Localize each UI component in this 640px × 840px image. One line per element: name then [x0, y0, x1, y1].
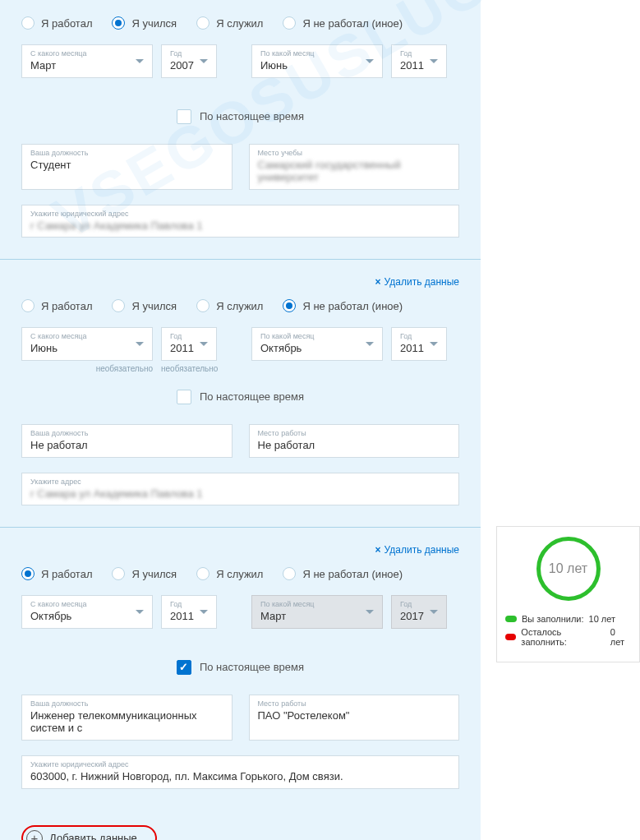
present-checkbox-row[interactable]: По настоящее время	[21, 109, 459, 124]
from-year-select[interactable]: Год 2011	[161, 327, 217, 361]
field-label: Укажите юридический адрес	[30, 210, 450, 218]
present-checkbox-row[interactable]: По настоящее время	[21, 660, 459, 675]
to-year-select[interactable]: Год 2011	[391, 327, 447, 361]
field-label: Место работы	[258, 430, 451, 437]
progress-panel: 10 лет Вы заполнили: 10 лет Осталось зап…	[496, 526, 640, 662]
radio-other[interactable]: Я не работал (иное)	[283, 299, 403, 312]
position-place-row: Ваша должность Студент Место учебы Самар…	[21, 144, 459, 190]
chevron-down-icon	[200, 610, 208, 614]
radio-studied[interactable]: Я учился	[112, 567, 177, 580]
field-value: 2011	[400, 342, 425, 355]
field-value: ПАО "Ростелеком"	[258, 709, 451, 722]
to-month-select[interactable]: По какой месяц Июнь	[251, 44, 383, 78]
field-label: По какой месяц	[260, 50, 361, 58]
radio-icon	[283, 16, 296, 30]
activity-type-radios: Я работал Я учился Я служил Я не работал…	[21, 567, 459, 580]
employment-block-0: Я работал Я учился Я служил Я не работал…	[0, 0, 481, 259]
radio-served[interactable]: Я служил	[196, 299, 263, 312]
field-label: Год	[170, 50, 195, 58]
radio-served[interactable]: Я служил	[196, 16, 263, 30]
add-data-row: + Добавить данные	[0, 810, 481, 840]
radio-served[interactable]: Я служил	[196, 567, 263, 580]
field-label: Год	[400, 50, 425, 58]
radio-worked[interactable]: Я работал	[21, 299, 92, 312]
radio-other[interactable]: Я не работал (иное)	[283, 16, 403, 30]
radio-studied[interactable]: Я учился	[112, 299, 177, 312]
present-label: По настоящее время	[200, 661, 304, 673]
field-label: Укажите юридический адрес	[30, 761, 450, 768]
radio-label: Я служил	[216, 300, 263, 312]
employment-block-2: ×Удалить данные Я работал Я учился Я слу…	[0, 527, 481, 810]
field-value: 2011	[170, 342, 195, 355]
radio-studied[interactable]: Я учился	[112, 16, 177, 30]
field-value: 2011	[400, 59, 425, 72]
radio-label: Я не работал (иное)	[302, 300, 403, 312]
place-field[interactable]: Место учебы Самарский государственный ун…	[249, 144, 460, 190]
field-value: Июнь	[260, 59, 361, 72]
field-label: Укажите адрес	[30, 478, 450, 486]
field-label: С какого месяца	[30, 601, 131, 608]
radio-icon	[196, 299, 209, 312]
chevron-down-icon	[366, 342, 374, 346]
place-field[interactable]: Место работы ПАО "Ростелеком"	[249, 695, 460, 741]
radio-icon	[196, 16, 209, 30]
position-field[interactable]: Ваша должность Студент	[21, 144, 233, 190]
delete-link[interactable]: ×Удалить данные	[375, 276, 459, 288]
delete-link[interactable]: ×Удалить данные	[375, 544, 459, 556]
address-field[interactable]: Укажите юридический адрес г Самара ул Ак…	[21, 205, 459, 238]
radio-label: Я не работал (иное)	[302, 17, 403, 30]
from-year-select[interactable]: Год 2007	[161, 44, 217, 78]
field-value: Июнь	[30, 342, 131, 355]
field-value: 2007	[170, 59, 195, 72]
field-value: Самарский государственный университет	[258, 159, 451, 184]
address-row: Укажите юридический адрес г Самара ул Ак…	[21, 205, 459, 238]
field-value: г Самара ул Академика Павлова 1	[30, 219, 450, 233]
optional-hint-row: необязательно необязательно	[21, 364, 459, 373]
present-checkbox[interactable]	[177, 109, 191, 124]
from-month-select[interactable]: С какого месяца Июнь	[21, 327, 153, 361]
to-year-select: Год 2017	[391, 595, 447, 629]
delete-row: ×Удалить данные	[21, 276, 459, 299]
radio-label: Я не работал (иное)	[302, 568, 403, 580]
field-label: По какой месяц	[260, 333, 361, 340]
radio-worked[interactable]: Я работал	[21, 567, 92, 580]
employment-block-1: ×Удалить данные Я работал Я учился Я слу…	[0, 259, 481, 527]
add-data-button[interactable]: + Добавить данные	[21, 825, 157, 840]
dot-red-icon	[505, 634, 516, 640]
present-checkbox[interactable]	[177, 660, 191, 675]
present-checkbox[interactable]	[177, 390, 191, 404]
place-field[interactable]: Место работы Не работал	[249, 424, 460, 458]
position-field[interactable]: Ваша должность Инженер телекоммуникацион…	[21, 695, 233, 741]
to-month-select[interactable]: По какой месяц Октябрь	[251, 327, 383, 361]
legend-filled-label: Вы заполнили:	[522, 614, 584, 624]
address-field[interactable]: Укажите юридический адрес 603000, г. Ниж…	[21, 755, 459, 789]
optional-hint: необязательно	[21, 364, 153, 373]
from-month-select[interactable]: С какого месяца Октябрь	[21, 595, 153, 629]
legend-remain-value: 0 лет	[610, 627, 631, 647]
field-value: Не работал	[258, 439, 451, 452]
legend-filled: Вы заполнили: 10 лет	[505, 614, 631, 624]
address-row: Укажите адрес г Самара ул Академика Павл…	[21, 473, 459, 506]
radio-icon	[21, 299, 35, 312]
radio-icon	[21, 16, 35, 30]
radio-worked[interactable]: Я работал	[21, 16, 92, 30]
from-year-select[interactable]: Год 2011	[161, 595, 217, 629]
present-checkbox-row[interactable]: По настоящее время	[21, 390, 459, 404]
chevron-down-icon	[136, 342, 144, 346]
address-field[interactable]: Укажите адрес г Самара ул Академика Павл…	[21, 473, 459, 506]
to-year-select[interactable]: Год 2011	[391, 44, 447, 78]
present-label: По настоящее время	[200, 390, 304, 403]
radio-icon	[283, 567, 296, 580]
delete-row: ×Удалить данные	[21, 544, 459, 567]
field-value: Март	[260, 610, 361, 623]
radio-other[interactable]: Я не работал (иное)	[283, 567, 403, 580]
position-field[interactable]: Ваша должность Не работал	[21, 424, 233, 458]
legend-remain-label: Осталось заполнить:	[521, 627, 605, 647]
chevron-down-icon	[136, 610, 144, 614]
radio-label: Я служил	[216, 568, 263, 580]
radio-icon	[112, 299, 125, 312]
field-value: Инженер телекоммуникационных систем и с	[30, 709, 223, 735]
chevron-down-icon	[430, 342, 438, 346]
field-label: Год	[170, 601, 195, 608]
from-month-select[interactable]: С какого месяца Март	[21, 44, 153, 78]
